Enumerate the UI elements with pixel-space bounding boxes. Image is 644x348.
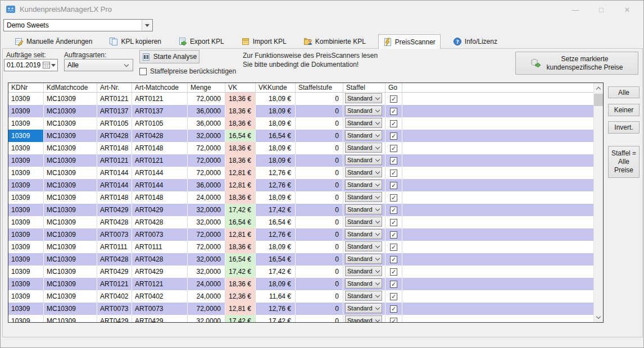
art-cell[interactable]: ART0111 <box>97 241 132 253</box>
art-cell[interactable]: ART0428 <box>97 253 132 265</box>
stufe-cell[interactable]: 0 <box>296 241 343 253</box>
kdmc-cell[interactable]: MC10309 <box>44 228 97 241</box>
menge-cell[interactable]: 32,0000 <box>188 130 225 142</box>
artmc-cell[interactable]: ART0073 <box>132 228 188 241</box>
scroll-down-button[interactable] <box>594 313 603 322</box>
vk-cell[interactable]: 18,36 € <box>225 241 256 253</box>
kdmc-cell[interactable]: MC10309 <box>44 179 97 191</box>
staffel-dropdown[interactable]: Standard <box>345 229 382 239</box>
column-header-menge[interactable]: Menge <box>188 83 225 93</box>
kdmc-cell[interactable]: MC10309 <box>44 105 97 117</box>
staffel-dropdown[interactable]: Standard <box>345 155 382 165</box>
artmc-cell[interactable]: ART0402 <box>132 290 188 303</box>
table-row[interactable]: 10309MC10309ART0137ART013736,000018,36 €… <box>8 105 603 117</box>
staffel-dropdown[interactable]: Standard <box>345 254 382 264</box>
scroll-up-button[interactable] <box>594 84 603 93</box>
kdnr-cell[interactable]: 10309 <box>8 93 44 105</box>
table-row[interactable]: 10309MC10309ART0429ART042932,000017,42 €… <box>8 315 603 323</box>
stufe-cell[interactable]: 0 <box>296 303 343 315</box>
kdmc-cell[interactable]: MC10309 <box>44 142 97 154</box>
column-header-vk[interactable]: VK <box>225 83 256 93</box>
vkkunde-cell[interactable]: 17,42 € <box>256 204 296 216</box>
art-cell[interactable]: ART0429 <box>97 204 132 216</box>
table-row[interactable]: 10309MC10309ART0073ART007372,000012,81 €… <box>8 228 603 241</box>
kdnr-cell[interactable]: 10309 <box>8 142 44 154</box>
go-checkbox[interactable]: ✓ <box>390 244 397 251</box>
vk-cell[interactable]: 18,36 € <box>225 93 256 105</box>
vk-cell[interactable]: 16,54 € <box>225 216 256 228</box>
vk-cell[interactable]: 18,36 € <box>225 278 256 290</box>
column-header-vkkunde[interactable]: VKKunde <box>256 83 296 93</box>
staffelpreise-checkbox[interactable] <box>139 68 147 75</box>
vk-cell[interactable]: 18,36 € <box>225 154 256 167</box>
staffel-dropdown[interactable]: Standard <box>345 217 382 227</box>
art-cell[interactable]: ART0428 <box>97 130 132 142</box>
menge-cell[interactable]: 32,0000 <box>188 253 225 265</box>
kdnr-cell[interactable]: 10309 <box>8 216 44 228</box>
art-cell[interactable]: ART0429 <box>97 265 132 278</box>
tab-export-kpl[interactable]: Export KPL <box>174 34 229 49</box>
stufe-cell[interactable]: 0 <box>296 216 343 228</box>
vkkunde-cell[interactable]: 17,42 € <box>256 265 296 278</box>
go-checkbox[interactable]: ✓ <box>390 256 397 263</box>
kdmc-cell[interactable]: MC10309 <box>44 216 97 228</box>
artmc-cell[interactable]: ART0429 <box>132 265 188 278</box>
art-cell[interactable]: ART0429 <box>97 315 132 323</box>
art-cell[interactable]: ART0144 <box>97 179 132 191</box>
menge-cell[interactable]: 32,0000 <box>188 216 225 228</box>
staffel-dropdown[interactable]: Standard <box>345 180 382 190</box>
art-cell[interactable]: ART0121 <box>97 93 132 105</box>
maximize-button[interactable]: □ <box>588 1 614 19</box>
column-header-staffel[interactable]: Staffel <box>343 83 386 93</box>
table-row[interactable]: 10309MC10309ART0428ART042832,000016,54 €… <box>8 130 603 142</box>
kdnr-cell[interactable]: 10309 <box>8 117 44 130</box>
art-cell[interactable]: ART0148 <box>97 191 132 204</box>
vkkunde-cell[interactable]: 18,09 € <box>256 93 296 105</box>
scrollbar-thumb[interactable] <box>594 94 603 106</box>
menge-cell[interactable]: 32,0000 <box>188 204 225 216</box>
kdnr-cell[interactable]: 10309 <box>8 228 44 241</box>
calendar-button[interactable] <box>43 62 57 68</box>
table-row[interactable]: 10309MC10309ART0121ART012172,000018,36 €… <box>8 93 603 105</box>
column-header-art-matchcode[interactable]: Art-Matchcode <box>132 83 188 93</box>
stufe-cell[interactable]: 0 <box>296 265 343 278</box>
date-input[interactable]: 01.01.2019 <box>4 59 58 71</box>
go-checkbox[interactable]: ✓ <box>390 182 397 189</box>
stufe-cell[interactable]: 0 <box>296 278 343 290</box>
go-checkbox[interactable]: ✓ <box>390 318 397 323</box>
kdnr-cell[interactable]: 10309 <box>8 130 44 142</box>
table-row[interactable]: 10309MC10309ART0148ART014872,000018,36 €… <box>8 142 603 154</box>
staffel-dropdown[interactable]: Standard <box>345 291 382 301</box>
menge-cell[interactable]: 36,0000 <box>188 117 225 130</box>
art-cell[interactable]: ART0428 <box>97 216 132 228</box>
menge-cell[interactable]: 24,0000 <box>188 278 225 290</box>
menge-cell[interactable]: 24,0000 <box>188 191 225 204</box>
kdmc-cell[interactable]: MC10309 <box>44 290 97 303</box>
kdmc-cell[interactable]: MC10309 <box>44 154 97 167</box>
artmc-cell[interactable]: ART0144 <box>132 167 188 179</box>
artmc-cell[interactable]: ART0111 <box>132 241 188 253</box>
kdmc-cell[interactable]: MC10309 <box>44 117 97 130</box>
column-header-kdnr[interactable]: KDNr <box>8 83 44 93</box>
kdmc-cell[interactable]: MC10309 <box>44 130 97 142</box>
column-header-art-nr-[interactable]: Art-Nr. <box>97 83 132 93</box>
menge-cell[interactable]: 72,0000 <box>188 154 225 167</box>
kdnr-cell[interactable]: 10309 <box>8 241 44 253</box>
staffel-dropdown[interactable]: Standard <box>345 315 382 323</box>
vk-cell[interactable]: 17,42 € <box>225 204 256 216</box>
kdnr-cell[interactable]: 10309 <box>8 105 44 117</box>
keiner-button[interactable]: Keiner <box>608 104 640 116</box>
art-cell[interactable]: ART0144 <box>97 167 132 179</box>
staffel-dropdown[interactable]: Standard <box>345 241 382 251</box>
tab-info-lizenz[interactable]: ?Info/Lizenz <box>448 34 502 49</box>
vk-cell[interactable]: 16,54 € <box>225 130 256 142</box>
vkkunde-cell[interactable]: 16,54 € <box>256 130 296 142</box>
auftragsarten-select[interactable]: Alle <box>64 59 133 71</box>
go-checkbox[interactable]: ✓ <box>390 170 397 177</box>
setze-markierte-preise-button[interactable]: Setze markierte kundenspezifische Preise <box>515 52 638 75</box>
vertical-scrollbar[interactable] <box>593 83 603 322</box>
go-checkbox[interactable]: ✓ <box>390 145 397 152</box>
table-row[interactable]: 10309MC10309ART0073ART007372,000012,81 €… <box>8 303 603 315</box>
art-cell[interactable]: ART0402 <box>97 290 132 303</box>
stufe-cell[interactable]: 0 <box>296 105 343 117</box>
